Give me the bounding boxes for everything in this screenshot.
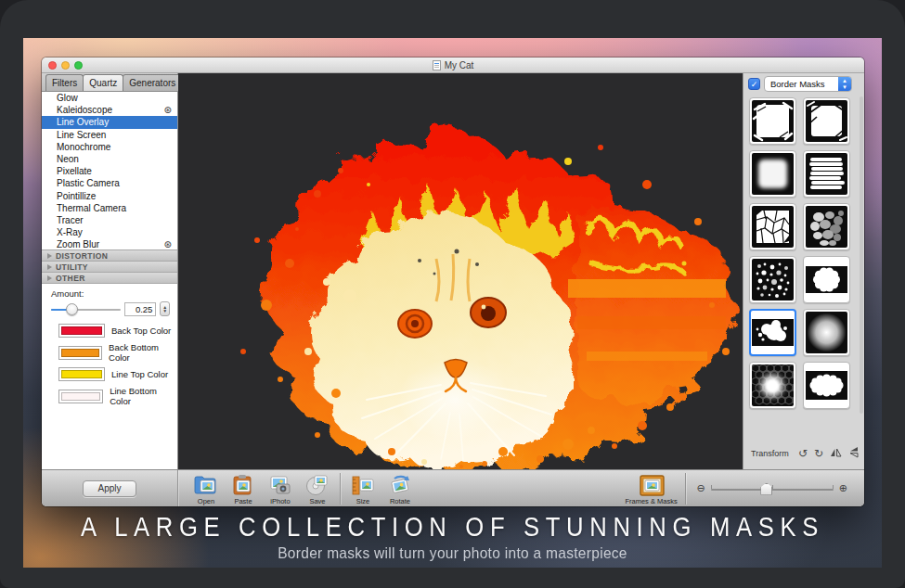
- filter-item-label: Kaleidoscope: [57, 105, 112, 115]
- color-well-line-top-color: Line Top Color: [58, 367, 177, 381]
- zoom-in-icon[interactable]: ⊕: [839, 482, 847, 494]
- save-button[interactable]: Save: [299, 474, 336, 505]
- filter-item-label: Line Screen: [57, 130, 106, 140]
- scalloped-oval-mask[interactable]: [803, 362, 850, 409]
- filter-item-label: Line Overlay: [57, 117, 109, 127]
- tab-generators[interactable]: Generators: [123, 74, 182, 91]
- filter-item-thermal-camera[interactable]: Thermal Camera: [42, 202, 177, 214]
- disclosure-triangle-icon: [47, 253, 52, 259]
- rotate-left-icon[interactable]: ↺: [798, 448, 808, 459]
- iphoto-button[interactable]: iPhoto: [262, 474, 299, 505]
- zoom-slider-thumb[interactable]: [760, 483, 772, 495]
- filter-item-kaleidoscope[interactable]: Kaleidoscope⊛: [42, 104, 177, 116]
- filter-item-monochrome[interactable]: Monochrome: [42, 141, 177, 153]
- window-title-area: My Cat: [42, 58, 864, 73]
- scratchy-square-mask[interactable]: [803, 97, 850, 145]
- chalk-square-mask[interactable]: [749, 150, 796, 198]
- app-window: My Cat FiltersQuartzGenerators GlowKalei…: [42, 58, 864, 506]
- filter-item-label: Neon: [57, 154, 79, 164]
- tab-filters[interactable]: Filters: [45, 74, 84, 91]
- color-well-swatch[interactable]: [58, 367, 105, 381]
- scalloped-circle-mask[interactable]: [803, 256, 850, 303]
- canvas-artwork-cat: [178, 73, 743, 469]
- filter-item-pointillize[interactable]: Pointillize: [42, 190, 177, 202]
- filter-item-x-ray[interactable]: X-Ray: [42, 226, 177, 238]
- flip-horizontal-icon[interactable]: [830, 447, 842, 459]
- apply-button[interactable]: Apply: [83, 480, 136, 497]
- iphoto-icon: [267, 474, 293, 496]
- color-well-swatch[interactable]: [58, 390, 103, 403]
- color-well-label: Back Bottom Color: [109, 342, 177, 363]
- panel-scrollbar[interactable]: [860, 96, 863, 414]
- section-label: OTHER: [56, 274, 85, 283]
- filter-item-line-overlay[interactable]: Line Overlay: [42, 116, 177, 128]
- filter-item-label: Pixellate: [57, 166, 92, 176]
- tool-label: Paste: [234, 497, 252, 505]
- filter-item-label: Monochrome: [57, 142, 110, 152]
- filter-item-label: Zoom Blur: [57, 239, 99, 249]
- color-well-label: Line Bottom Color: [110, 386, 177, 406]
- title-bar[interactable]: My Cat: [42, 58, 864, 73]
- desktop-wallpaper: My Cat FiltersQuartzGenerators GlowKalei…: [23, 38, 882, 568]
- splatter-texture-mask[interactable]: [749, 256, 796, 303]
- caption-title: A LARGE COLLECTION OF STUNNING MASKS: [45, 511, 860, 543]
- filter-item-neon[interactable]: Neon: [42, 153, 177, 165]
- brush-strokes-mask[interactable]: [803, 150, 850, 198]
- tool-label: Rotate: [390, 497, 410, 505]
- disclosure-triangle-icon: [47, 264, 52, 270]
- open-button[interactable]: Open: [187, 474, 225, 505]
- window-title: My Cat: [445, 60, 474, 70]
- tool-label: Size: [356, 497, 370, 505]
- filter-item-label: X-Ray: [57, 227, 83, 237]
- filter-item-pixellate[interactable]: Pixellate: [42, 165, 177, 177]
- pebbles-mask[interactable]: [803, 203, 850, 250]
- color-wells: Back Top ColorBack Bottom ColorLine Top …: [42, 324, 177, 406]
- filter-item-tracer[interactable]: Tracer: [42, 214, 177, 226]
- section-label: DISTORTION: [56, 251, 108, 261]
- frames-and-masks-button[interactable]: Frames & Masks: [622, 474, 681, 505]
- amount-value-field[interactable]: 0.25: [124, 302, 157, 316]
- paste-button[interactable]: Paste: [225, 474, 262, 505]
- rotate-button[interactable]: Rotate: [381, 474, 419, 505]
- filter-item-plastic-camera[interactable]: Plastic Camera: [42, 177, 177, 189]
- amount-slider-thumb[interactable]: [66, 303, 78, 315]
- flip-vertical-icon[interactable]: [848, 446, 859, 460]
- mask-category-dropdown[interactable]: Border Masks ▲▼: [764, 76, 852, 92]
- section-header-other[interactable]: OTHER: [42, 272, 177, 284]
- color-well-label: Back Top Color: [111, 326, 171, 336]
- color-well-swatch[interactable]: [58, 324, 105, 338]
- document-proxy-icon[interactable]: [433, 60, 441, 70]
- color-well-line-bottom-color: Line Bottom Color: [58, 386, 177, 406]
- mask-grid: [749, 97, 855, 409]
- honeycomb-mask[interactable]: [749, 362, 796, 409]
- filter-item-label: Plastic Camera: [57, 178, 120, 188]
- amount-slider[interactable]: [51, 303, 121, 315]
- color-well-swatch[interactable]: [58, 346, 102, 360]
- zoom-slider[interactable]: [711, 482, 834, 495]
- filter-options-icon[interactable]: ⊛: [164, 240, 172, 249]
- shattered-mask[interactable]: [749, 203, 796, 250]
- tab-quartz[interactable]: Quartz: [83, 74, 123, 91]
- toolbar-group-edit: SizeRotate: [344, 472, 419, 505]
- masks-enabled-checkbox[interactable]: ✓: [748, 78, 760, 90]
- filter-item-glow[interactable]: Glow: [42, 92, 177, 104]
- transform-label: Transform: [751, 449, 789, 458]
- transform-buttons: ↺↻: [798, 446, 859, 460]
- radial-gradient-mask[interactable]: [803, 309, 850, 356]
- filter-item-line-screen[interactable]: Line Screen: [42, 129, 177, 141]
- image-canvas[interactable]: [178, 73, 743, 469]
- amount-stepper[interactable]: ▲▼: [160, 301, 170, 316]
- paint-splat-mask[interactable]: [749, 309, 796, 356]
- scribble-square-mask[interactable]: [749, 97, 796, 145]
- marketing-caption: A LARGE COLLECTION OF STUNNING MASKS Bor…: [23, 513, 882, 562]
- amount-label: Amount:: [51, 288, 170, 299]
- sidebar-tabs: FiltersQuartzGenerators: [42, 73, 177, 92]
- filter-list: GlowKaleidoscope⊛Line OverlayLine Screen…: [42, 92, 177, 250]
- tool-label: Open: [198, 497, 214, 505]
- zoom-out-icon[interactable]: ⊖: [697, 482, 705, 494]
- color-well-back-top-color: Back Top Color: [58, 324, 177, 338]
- filter-sections: DISTORTIONUTILITYOTHER: [42, 250, 177, 284]
- rotate-right-icon[interactable]: ↻: [814, 448, 823, 459]
- filter-options-icon[interactable]: ⊛: [164, 106, 172, 115]
- size-button[interactable]: Size: [344, 474, 381, 505]
